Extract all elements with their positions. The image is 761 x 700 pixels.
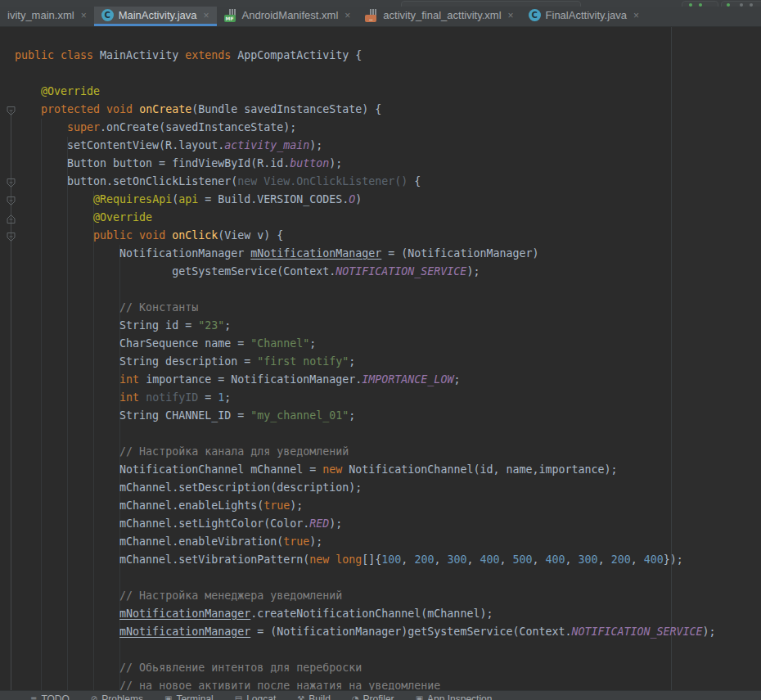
tool-window-button-label: Problems bbox=[101, 693, 143, 700]
todo-icon: ≡ bbox=[30, 695, 37, 700]
layout-xml-file-icon: .. bbox=[365, 9, 378, 22]
tool-window-button-label: Build bbox=[308, 693, 331, 700]
code-line: public class MainActivity extends AppCom… bbox=[0, 47, 761, 65]
tool-window-button-app-inspection[interactable]: ▣App Inspection bbox=[405, 693, 503, 700]
code-line: setContentView(R.layout.activity_main); bbox=[0, 137, 761, 155]
fold-collapse-icon[interactable] bbox=[6, 105, 16, 115]
fold-collapse-icon[interactable] bbox=[6, 231, 16, 242]
tab-label: ivity_main.xml bbox=[7, 9, 74, 21]
profiler-icon: ◔ bbox=[352, 695, 359, 700]
java-class-icon: C bbox=[101, 9, 114, 21]
close-icon[interactable]: × bbox=[81, 10, 87, 21]
close-icon[interactable]: × bbox=[508, 10, 514, 21]
code-line: int importance = NotificationManager.IMP… bbox=[0, 371, 761, 389]
tab-label: activity_final_acttivity.xml bbox=[383, 9, 501, 21]
code-line: super.onCreate(savedInstanceState); bbox=[0, 119, 761, 137]
code-line bbox=[0, 641, 761, 659]
tool-window-bar: ≡TODO⊘Problems▣Terminal▤Logcat⚒Build◔Pro… bbox=[0, 690, 761, 700]
code-line: NotificationManager mNotificationManager… bbox=[0, 245, 761, 263]
tool-window-button-todo[interactable]: ≡TODO bbox=[20, 693, 80, 700]
tool-window-button-label: App Inspection bbox=[427, 693, 492, 700]
tool-window-button-label: Logcat bbox=[246, 693, 276, 700]
tool-window-button-profiler[interactable]: ◔Profiler bbox=[341, 693, 405, 700]
problems-icon: ⊘ bbox=[91, 695, 97, 700]
code-line: button.setOnClickListener(new View.OnCli… bbox=[0, 173, 761, 191]
code-line: CharSequence name = "Channel"; bbox=[0, 335, 761, 353]
fold-expand-icon[interactable] bbox=[6, 213, 16, 224]
tool-window-button-terminal[interactable]: ▣Terminal bbox=[154, 693, 224, 700]
code-line: // на новое активити после нажатия на ув… bbox=[0, 677, 761, 690]
build-icon: ⚒ bbox=[297, 695, 304, 700]
code-line: int notifyID = 1; bbox=[0, 389, 761, 407]
code-line: // Константы bbox=[0, 299, 761, 317]
tab-ivity-main-xml[interactable]: ivity_main.xml× bbox=[0, 7, 94, 26]
editor-pane[interactable]: public class MainActivity extends AppCom… bbox=[0, 27, 761, 690]
terminal-icon: ▣ bbox=[164, 695, 172, 700]
tool-window-button-problems[interactable]: ⊘Problems bbox=[80, 693, 154, 700]
android-studio-window: { "toolbar": {"note": ""}, "tab_bar": { … bbox=[0, 0, 761, 700]
code-line: // Настройка менеджера уведомлений bbox=[0, 587, 761, 605]
tab-activity-final-acttivity-xml[interactable]: ..activity_final_acttivity.xml× bbox=[358, 7, 520, 26]
code-line: String id = "23"; bbox=[0, 317, 761, 335]
tab-finalacttivity-java[interactable]: CFinalActtivity.java× bbox=[521, 7, 646, 26]
code-line: @Override bbox=[0, 209, 761, 227]
main-toolbar-remnant bbox=[0, 0, 761, 7]
code-line: protected void onCreate(Bundle savedInst… bbox=[0, 101, 761, 119]
tool-window-button-label: Terminal bbox=[176, 693, 213, 700]
fold-collapse-icon[interactable] bbox=[6, 177, 16, 187]
tab-bar: ivity_main.xml×CMainActivity.java×MFAndr… bbox=[0, 7, 761, 27]
tool-window-button-label: Profiler bbox=[363, 693, 394, 700]
close-icon[interactable]: × bbox=[633, 10, 639, 21]
app-inspection-icon: ▣ bbox=[416, 695, 423, 700]
code-line: Button button = findViewById(R.id.button… bbox=[0, 155, 761, 173]
file-icon-badge: MF bbox=[224, 15, 236, 22]
code-line: // Обьявление интентов для переброски bbox=[0, 659, 761, 677]
tool-window-button-logcat[interactable]: ▤Logcat bbox=[224, 693, 286, 700]
code-line: getSystemService(Context.NOTIFICATION_SE… bbox=[0, 263, 761, 281]
code-line: // Настройка канала для уведомлений bbox=[0, 443, 761, 461]
code-line: mChannel.setDescription(description); bbox=[0, 479, 761, 497]
tool-window-button-label: TODO bbox=[41, 693, 69, 700]
logcat-icon: ▤ bbox=[235, 695, 242, 700]
code-line bbox=[0, 281, 761, 299]
code-line: mChannel.enableLights(true); bbox=[0, 497, 761, 515]
file-icon-badge: .. bbox=[365, 15, 376, 22]
code-line bbox=[0, 569, 761, 587]
code-line: String description = "first notify"; bbox=[0, 353, 761, 371]
close-icon[interactable]: × bbox=[203, 10, 209, 21]
code-line: NotificationChannel mChannel = new Notif… bbox=[0, 461, 761, 479]
tool-window-button-build[interactable]: ⚒Build bbox=[286, 693, 341, 700]
code-line: @RequiresApi(api = Build.VERSION_CODES.O… bbox=[0, 191, 761, 209]
code-line: mChannel.setVibrationPattern(new long[]{… bbox=[0, 551, 761, 569]
tab-label: AndroidManifest.xml bbox=[242, 9, 339, 21]
tab-label: FinalActtivity.java bbox=[546, 9, 627, 21]
code-line: String CHANNEL_ID = "my_channel_01"; bbox=[0, 407, 761, 425]
code-line: public void onClick(View v) { bbox=[0, 227, 761, 245]
fold-collapse-icon[interactable] bbox=[6, 195, 16, 205]
code-line: mNotificationManager = (NotificationMana… bbox=[0, 623, 761, 641]
code-line: mChannel.setLightColor(Color.RED); bbox=[0, 515, 761, 533]
tab-label: MainActivity.java bbox=[119, 9, 197, 21]
manifest-file-icon: MF bbox=[224, 9, 237, 22]
close-icon[interactable]: × bbox=[344, 10, 350, 21]
tab-mainactivity-java[interactable]: CMainActivity.java× bbox=[94, 7, 217, 26]
code-area: public class MainActivity extends AppCom… bbox=[0, 47, 761, 690]
code-line: @Override bbox=[0, 83, 761, 101]
java-class-icon: C bbox=[529, 9, 541, 21]
tab-androidmanifest-xml[interactable]: MFAndroidManifest.xml× bbox=[217, 7, 358, 26]
code-line: mChannel.enableVibration(true); bbox=[0, 533, 761, 551]
code-line bbox=[0, 65, 761, 83]
code-line bbox=[0, 425, 761, 443]
code-line: mNotificationManager.createNotificationC… bbox=[0, 605, 761, 623]
